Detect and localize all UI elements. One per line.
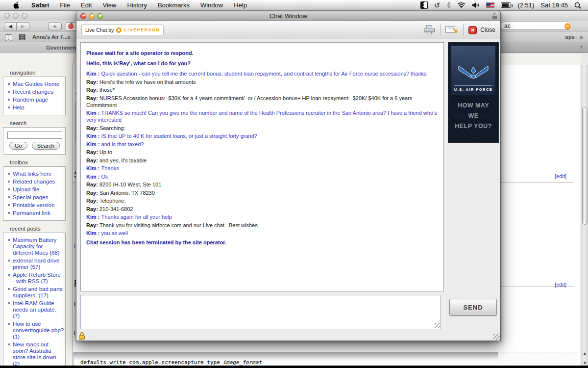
airforce-wordmark: U.S. AIR FORCE (454, 85, 493, 92)
snapback-icon[interactable]: ↩ (564, 23, 571, 29)
top-sites-grid-icon[interactable] (19, 34, 25, 40)
sidebar-link[interactable]: Special pages (13, 194, 48, 200)
time-machine-icon[interactable]: ↺ (434, 1, 441, 10)
chat-message: Ray: Here's the info we have on that amo… (86, 79, 438, 85)
chat-window-title-bar[interactable]: Chat Window (76, 11, 500, 21)
forward-button[interactable]: ▶ (17, 22, 29, 30)
search-field[interactable]: ac ↩ (500, 22, 572, 30)
sidebar-link[interactable]: Apple Refurb Store - with RSS (7) (13, 272, 61, 284)
edit-link[interactable]: [edit] (555, 173, 566, 179)
airforce-banner[interactable]: U.S. AIR FORCE HOW MAY WE HELP YOU? (448, 42, 499, 143)
spotlight-icon[interactable] (574, 2, 581, 9)
inactive-zoom-icon[interactable] (22, 13, 27, 19)
bluetooth-icon[interactable] (446, 1, 451, 9)
minimize-traffic-light[interactable] (89, 13, 95, 19)
airforce-logo-panel: U.S. AIR FORCE (451, 46, 495, 95)
menu-item[interactable]: File (54, 1, 75, 9)
sidebar-link[interactable]: Random page (13, 97, 48, 103)
toolbox-list: What links hereRelated changesUpload fil… (6, 170, 63, 217)
apple-menu-icon[interactable] (6, 1, 26, 9)
sidebar-link[interactable]: How to use converttoguide.php? (1) (13, 321, 64, 340)
sidebar-list-item: external hard drive primer (57) (6, 257, 63, 271)
bookmark-item[interactable]: ups (565, 34, 575, 40)
chat-window-resize-grip[interactable] (493, 334, 500, 340)
desktop-edge (0, 366, 588, 368)
sidebar-link[interactable]: Good and bad parts suppliers. (17) (13, 286, 63, 298)
menu-item[interactable]: History (122, 1, 152, 9)
sidebar-link[interactable]: Printable version (13, 202, 55, 208)
chat-text: Thanks (101, 165, 119, 171)
sidebar-link[interactable]: external hard drive primer (57) (13, 258, 59, 270)
sidebar-link[interactable]: Permanent link (13, 210, 50, 216)
add-bookmark-button[interactable]: + (48, 22, 62, 30)
bookmarks-overflow-chevron[interactable]: » (580, 33, 583, 41)
inactive-minimize-icon[interactable] (13, 13, 19, 19)
link-fragment: I (74, 243, 75, 249)
send-button[interactable]: SEND (449, 299, 497, 315)
chat-message: Kim : IS that UP to 40 K for student loa… (86, 132, 438, 139)
battery-icon[interactable] (501, 2, 511, 8)
code-line: defaults write com.apple.screencapture t… (80, 359, 577, 366)
scroll-up-arrow[interactable]: ▲ (581, 348, 588, 358)
new-tab-button[interactable]: + (579, 43, 583, 51)
edit-link[interactable]: [edit] (555, 282, 566, 288)
sidebar-link[interactable]: Help (13, 105, 24, 110)
sidebar-link[interactable]: Intel RAM Guide needs an update. (7) (13, 300, 56, 319)
menu-item[interactable]: Bookmarks (152, 1, 195, 9)
wifi-icon[interactable] (457, 2, 466, 8)
chat-text: Thank you for visiting airforce.com and … (99, 222, 259, 228)
close-x-icon[interactable]: ✕ (468, 26, 477, 34)
close-traffic-light[interactable] (80, 13, 86, 19)
back-button[interactable]: ◀ (4, 22, 17, 30)
chat-sender: Ray: (86, 95, 99, 101)
search-button[interactable]: Search (32, 142, 60, 150)
vertical-scrollbar[interactable]: ▲ ▼ (581, 65, 588, 368)
sidebar-link[interactable]: Mac Guides Home (13, 81, 59, 87)
menu-item[interactable]: Help (228, 1, 252, 9)
input-language-flag-icon[interactable] (486, 2, 494, 8)
sidebar-link[interactable]: Related changes (13, 179, 55, 184)
chat-text: Thanks again for all your help (101, 214, 172, 220)
sidebar-list-item: Related changes (6, 178, 63, 185)
sidebar-link[interactable]: New macs out soon? Australia store site … (13, 342, 56, 367)
go-button[interactable]: Go (9, 142, 27, 150)
scrollbar-thumb[interactable] (582, 107, 588, 225)
inactive-close-icon[interactable] (4, 13, 10, 19)
chat-sender: Ray: (86, 206, 99, 212)
chat-text: you as well (101, 230, 128, 236)
bookmarks-book-icon[interactable] (5, 34, 12, 40)
site-favicon (68, 24, 74, 29)
chat-transcript[interactable]: Please wait for a site operator to respo… (80, 42, 444, 291)
chat-text: San Antonio, TX 78230 (99, 190, 155, 196)
chat-text: Please wait for a site operator to respo… (86, 50, 194, 56)
menu-clock[interactable]: Sat 19:45 (540, 1, 568, 9)
sidebar-link[interactable]: Upload file (13, 186, 39, 192)
chat-message-input[interactable] (80, 295, 441, 329)
menu-item[interactable]: Safari (26, 1, 54, 9)
print-transcript-icon[interactable] (423, 25, 435, 35)
input-source-icon[interactable]: 1 (420, 1, 428, 9)
sidebar-list-item: Apple Refurb Store - with RSS (7) (6, 271, 63, 285)
sidebar-link[interactable]: Maximum Battery Capacity for different M… (13, 237, 60, 256)
close-chat-button[interactable]: ✕ Close (468, 26, 495, 34)
menu-item[interactable]: Edit (75, 1, 97, 9)
chat-sender: Ray: (86, 149, 99, 155)
menu-item[interactable]: Window (195, 1, 228, 9)
email-transcript-icon[interactable]: ➘ (445, 25, 458, 35)
chat-text: Telephone: (99, 198, 126, 204)
sidebar-list-item: Printable version (6, 201, 63, 209)
zoom-traffic-light[interactable] (97, 13, 103, 19)
textarea-resize-grip[interactable] (435, 323, 440, 328)
recent-posts-list: Maximum Battery Capacity for different M… (6, 236, 63, 368)
liveperson-badge: Live Chat by LIVEPERSON (81, 25, 164, 35)
bookmark-item[interactable]: Anna's Air F...e (32, 34, 71, 40)
wiki-search-input[interactable] (7, 131, 62, 139)
toolbar-separator (440, 24, 441, 36)
sidebar-section-title: toolbox (0, 158, 69, 166)
volume-icon[interactable] (472, 2, 480, 8)
sidebar-link[interactable]: What links here (13, 171, 51, 177)
chat-text: THANKS so much! Can you give me the numb… (86, 110, 439, 123)
menu-items: SafariFileEditViewHistoryBookmarksWindow… (26, 1, 252, 9)
sidebar-link[interactable]: Recent changes (13, 89, 53, 95)
menu-item[interactable]: View (98, 1, 122, 9)
